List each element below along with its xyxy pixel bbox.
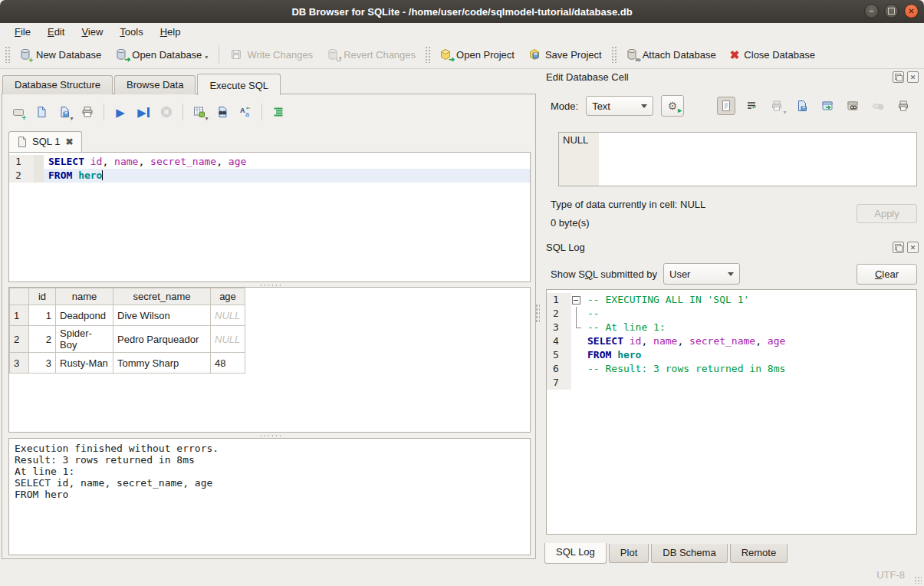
bottom-tab-plot[interactable]: Plot	[609, 544, 649, 563]
panel-splitter-handle[interactable]	[535, 304, 540, 324]
submitted-by-value: User	[669, 268, 690, 280]
write-changes-button[interactable]: Write Changes	[223, 44, 320, 64]
table-cell[interactable]: 3	[29, 353, 56, 374]
revert-changes-button[interactable]: ↺ Revert Changes	[320, 44, 423, 64]
print-icon	[81, 106, 94, 118]
table-cell[interactable]: Spider-Boy	[56, 326, 113, 353]
print-cell-button[interactable]: ▼	[768, 97, 786, 115]
resize-grip-icon[interactable]	[914, 576, 922, 584]
open-in-app-button[interactable]	[843, 97, 862, 115]
close-database-button[interactable]: ✖ Close Database	[723, 45, 822, 64]
code-text: -- At line 1:	[583, 321, 916, 334]
tab-browse-data[interactable]: Browse Data	[114, 75, 196, 94]
new-database-label: New Database	[36, 49, 101, 61]
table-cell[interactable]: Rusty-Man	[56, 353, 113, 374]
sql-print-button[interactable]	[77, 102, 97, 122]
code-text: -- EXECUTING ALL IN 'SQL 1'	[583, 293, 916, 307]
bottom-tab-db-schema[interactable]: DB Schema	[651, 544, 727, 563]
sql-log-dock-titlebar: SQL Log ✕	[546, 242, 919, 253]
table-cell[interactable]: NULL	[211, 305, 245, 326]
column-header-secret-name[interactable]: secret_name	[113, 288, 211, 305]
float-dock-icon[interactable]	[893, 242, 904, 253]
set-null-icon	[872, 100, 884, 112]
open-database-dropdown-icon[interactable]: ▾	[205, 54, 208, 61]
splitter-handle[interactable]	[2, 433, 537, 437]
sql-log-view[interactable]: 1-- EXECUTING ALL IN 'SQL 1'2--3-- At li…	[546, 289, 917, 535]
export-results-button[interactable]: ▼	[189, 102, 209, 122]
submitted-by-select[interactable]: User	[663, 263, 740, 285]
execute-current-line-button[interactable]: ▶	[133, 102, 153, 122]
sql-new-tab-button[interactable]: ＋	[8, 102, 28, 122]
execution-message: Execution finished without errors. Resul…	[8, 438, 531, 555]
close-tab-icon[interactable]: ✖	[65, 137, 73, 147]
float-dock-icon[interactable]	[893, 71, 904, 83]
results-table: idnamesecret_nameage11DeadpondDive Wilso…	[9, 288, 245, 374]
maximize-icon[interactable]	[884, 4, 899, 18]
code-text	[583, 376, 916, 390]
find-button[interactable]	[212, 102, 232, 122]
sql-tab[interactable]: SQL 1 ✖	[8, 131, 82, 152]
toolbar-drag-handle[interactable]	[611, 46, 617, 63]
close-dock-icon[interactable]: ✕	[907, 71, 919, 83]
tab-execute-sql[interactable]: Execute SQL	[197, 74, 281, 95]
tab-database-structure[interactable]: Database Structure	[2, 75, 113, 94]
toolbar-drag-handle[interactable]	[425, 46, 430, 63]
toolbar-drag-handle[interactable]	[5, 46, 10, 63]
dock-area: Edit Database Cell ✕ Mode: Text ⚙ ▸	[541, 69, 922, 562]
table-cell[interactable]: NULL	[211, 326, 245, 353]
bottom-tab-sql-log[interactable]: SQL Log	[544, 543, 607, 564]
stop-button[interactable]	[156, 102, 176, 122]
mode-select[interactable]: Text	[586, 96, 653, 116]
table-cell[interactable]: 2	[29, 326, 56, 353]
title-bar[interactable]: DB Browser for SQLite - /home/user/code/…	[0, 0, 924, 23]
show-sql-label: Show SQL submitted by	[551, 268, 657, 280]
minimize-icon[interactable]: –	[864, 4, 879, 18]
menu-item-help[interactable]: Help	[152, 24, 189, 40]
word-wrap-button[interactable]	[742, 97, 761, 115]
apply-mode-button[interactable]: ⚙ ▸	[661, 95, 684, 117]
row-header[interactable]: 2	[10, 326, 29, 353]
menu-item-tools[interactable]: Tools	[111, 24, 151, 40]
table-cell[interactable]: Deadpond	[56, 305, 113, 326]
menu-item-edit[interactable]: Edit	[39, 24, 73, 40]
table-cell[interactable]: Pedro Parqueador	[113, 326, 211, 353]
row-header[interactable]: 1	[10, 305, 29, 326]
text-mode-button[interactable]	[717, 97, 735, 115]
print-button[interactable]	[894, 97, 912, 115]
format-sql-button[interactable]	[268, 102, 288, 122]
open-database-button[interactable]: ➜ Open Database ▾	[108, 44, 215, 64]
table-cell[interactable]: 1	[29, 305, 56, 326]
execute-all-button[interactable]: ▶	[110, 102, 130, 122]
column-header-id[interactable]: id	[29, 288, 56, 305]
code-line: 1-- EXECUTING ALL IN 'SQL 1'	[547, 293, 916, 307]
find-replace-button[interactable]: Aa	[235, 102, 255, 122]
code-line: 6-- Result: 3 rows returned in 8ms	[547, 362, 916, 376]
clear-button[interactable]: Clear	[857, 264, 917, 285]
export-data-button[interactable]	[818, 97, 837, 115]
table-cell[interactable]: 48	[211, 353, 245, 374]
table-row: 22Spider-BoyPedro ParqueadorNULL	[10, 326, 245, 353]
table-cell[interactable]: Dive Wilson	[113, 305, 211, 326]
apply-button[interactable]: Apply	[857, 204, 917, 223]
menu-item-view[interactable]: View	[73, 24, 111, 40]
menu-item-file[interactable]: File	[6, 24, 39, 40]
attach-database-button[interactable]: ∞ Attach Database	[619, 44, 723, 64]
table-cell[interactable]: Tommy Sharp	[113, 353, 211, 374]
cell-editor[interactable]: NULL	[558, 132, 917, 186]
sql-editor[interactable]: 1SELECT id, name, secret_name, age2FROM …	[8, 152, 531, 282]
save-project-button[interactable]: Save Project	[521, 44, 609, 64]
sql-save-file-button[interactable]: ▼	[54, 102, 74, 122]
sql-open-file-button[interactable]	[31, 102, 51, 122]
set-null-button[interactable]	[869, 97, 887, 115]
row-header[interactable]: 3	[10, 353, 29, 374]
close-icon[interactable]: ✕	[904, 4, 919, 18]
execute-all-icon: ▶	[116, 107, 125, 118]
new-database-button[interactable]: ＋ New Database	[12, 44, 108, 64]
open-project-button[interactable]: ➜ Open Project	[432, 44, 521, 64]
sql-toolbar: ＋ ▼ ▶ ▶	[8, 100, 288, 123]
column-header-name[interactable]: name	[56, 288, 113, 305]
import-data-button[interactable]	[793, 97, 811, 115]
column-header-age[interactable]: age	[211, 288, 245, 305]
bottom-tab-remote[interactable]: Remote	[730, 544, 788, 563]
close-dock-icon[interactable]: ✕	[907, 242, 919, 253]
